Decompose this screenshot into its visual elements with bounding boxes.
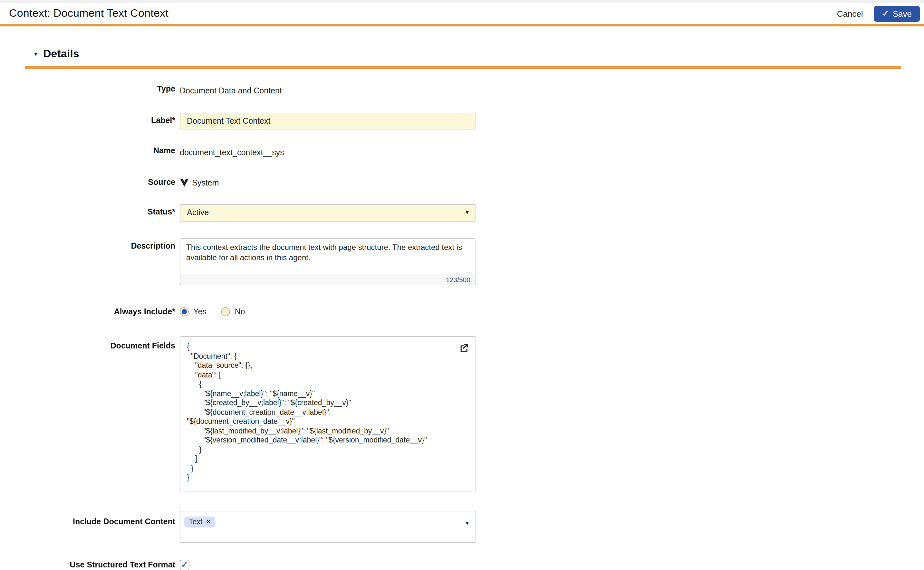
document-fields-editor[interactable]: { "Document": { "data_source": {}, "data… — [180, 337, 476, 492]
checkmark-icon: ✓ — [883, 10, 889, 17]
always-include-row: Always Include* Yes No — [25, 305, 901, 317]
radio-option-yes[interactable]: Yes — [180, 306, 207, 317]
label-row: Label* — [25, 113, 901, 130]
external-link-icon — [459, 343, 469, 353]
name-row: Name document_text_context__sys — [25, 147, 901, 158]
document-fields-code: { "Document": { "data_source": {}, "data… — [187, 342, 469, 483]
chip-remove-icon[interactable]: × — [206, 518, 211, 526]
status-select[interactable]: Active ▼ — [180, 204, 476, 222]
chip-label: Text — [189, 518, 202, 526]
status-selected-value: Active — [187, 208, 209, 218]
description-textarea[interactable]: This context extracts the document text … — [180, 239, 476, 274]
type-value: Document Data and Content — [180, 86, 282, 95]
type-row: Type Document Data and Content — [25, 84, 901, 96]
page-title: Context: Document Text Context — [9, 7, 169, 20]
page-header: Context: Document Text Context Cancel ✓ … — [0, 3, 924, 26]
veeva-v-icon — [180, 178, 189, 187]
top-strip — [0, 0, 924, 3]
details-section-toggle[interactable]: ▾ Details — [25, 48, 901, 61]
source-label: Source — [25, 178, 175, 187]
selected-chip-text: Text × — [184, 517, 215, 528]
include-document-content-row: Include Document Content Text × ▼ — [25, 511, 901, 543]
always-include-label: Always Include* — [25, 305, 175, 317]
type-label: Type — [25, 84, 175, 94]
use-structured-text-format-row: Use Structured Text Format ✓ — [25, 560, 901, 570]
collapse-triangle-icon: ▾ — [34, 51, 37, 57]
description-row: Description This context extracts the do… — [25, 238, 901, 285]
name-label: Name — [25, 147, 175, 156]
always-include-radio-group: Yes No — [180, 305, 476, 317]
label-field-label: Label* — [25, 113, 175, 126]
source-row: Source System — [25, 178, 901, 188]
include-document-content-label: Include Document Content — [25, 511, 175, 527]
section-divider — [25, 66, 901, 69]
save-button[interactable]: ✓ Save — [874, 6, 920, 21]
section-title: Details — [43, 48, 79, 61]
use-structured-text-format-label: Use Structured Text Format — [25, 560, 175, 570]
open-in-window-button[interactable] — [459, 342, 470, 353]
document-fields-label: Document Fields — [25, 337, 175, 352]
description-box: This context extracts the document text … — [180, 238, 476, 285]
include-document-content-select[interactable]: Text × ▼ — [180, 511, 476, 543]
details-section: ▾ Details Type Document Data and Content… — [25, 48, 901, 570]
radio-no-icon[interactable] — [221, 307, 230, 316]
description-label: Description — [25, 238, 175, 251]
chevron-down-icon: ▼ — [465, 210, 470, 216]
character-counter: 123/500 — [180, 274, 476, 285]
chevron-down-icon: ▼ — [465, 521, 470, 527]
radio-option-no[interactable]: No — [221, 306, 245, 317]
checkmark-icon: ✓ — [181, 560, 188, 569]
radio-no-label: No — [235, 306, 245, 317]
status-row: Status* Active ▼ — [25, 204, 901, 222]
radio-yes-label: Yes — [193, 306, 207, 317]
source-value: System — [192, 178, 219, 188]
cancel-button[interactable]: Cancel — [837, 9, 863, 18]
use-structured-text-format-checkbox[interactable]: ✓ — [180, 560, 189, 570]
radio-yes-icon[interactable] — [180, 307, 189, 316]
details-form: Type Document Data and Content Label* Na… — [25, 69, 901, 570]
status-label: Status* — [25, 204, 175, 218]
document-fields-row: Document Fields { "Document": { "data_so… — [25, 337, 901, 492]
label-input[interactable] — [180, 113, 476, 130]
name-value: document_text_context__sys — [180, 149, 284, 158]
save-button-label: Save — [893, 9, 912, 18]
